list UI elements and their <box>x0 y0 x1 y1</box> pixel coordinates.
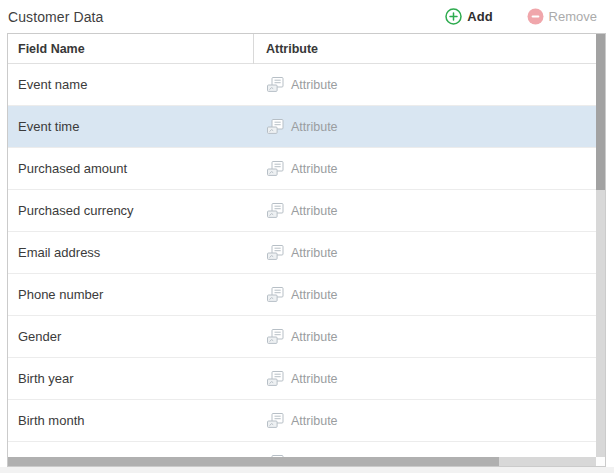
horizontal-scrollbar-thumb[interactable] <box>8 457 499 466</box>
vertical-scrollbar-thumb[interactable] <box>596 34 605 190</box>
attribute-cell: Attribute <box>254 329 338 344</box>
field-name-cell: Purchased amount <box>8 161 254 176</box>
attribute-cards-icon <box>267 77 284 92</box>
field-name-cell: Purchased currency <box>8 203 254 218</box>
table-row[interactable]: Gender Attribute <box>8 316 596 358</box>
attribute-label: Attribute <box>291 246 338 260</box>
table-row[interactable]: Event time Attribute <box>8 106 596 148</box>
attribute-label: Attribute <box>291 330 338 344</box>
table-row[interactable]: Phone number Attribute <box>8 274 596 316</box>
attribute-label: Attribute <box>291 204 338 218</box>
add-button-label: Add <box>467 9 492 24</box>
field-name-label: Phone number <box>18 287 103 302</box>
attribute-cards-icon <box>267 119 284 134</box>
attribute-cards-icon <box>267 161 284 176</box>
table-row[interactable]: Purchased amount Attribute <box>8 148 596 190</box>
customer-data-table: Field Name Attribute Event name Attribut… <box>7 33 606 467</box>
attribute-cards-icon <box>267 371 284 386</box>
attribute-cell: Attribute <box>254 413 338 428</box>
field-name-cell: Phone number <box>8 287 254 302</box>
field-name-cell: Email address <box>8 245 254 260</box>
field-name-label: Birth month <box>18 413 84 428</box>
attribute-cards-icon <box>267 287 284 302</box>
field-name-label: Purchased currency <box>18 203 134 218</box>
horizontal-scrollbar[interactable] <box>8 457 598 466</box>
column-header-attribute: Attribute <box>254 42 318 56</box>
field-name-cell: Gender <box>8 329 254 344</box>
toolbar-actions: Add Remove <box>445 0 597 33</box>
attribute-label: Attribute <box>291 162 338 176</box>
remove-button-label: Remove <box>549 9 597 24</box>
page-bottom-strip <box>0 467 614 473</box>
page-title: Customer Data <box>8 9 103 25</box>
attribute-cards-icon <box>267 203 284 218</box>
scrollbar-corner <box>596 457 605 466</box>
attribute-cell: Attribute <box>254 287 338 302</box>
vertical-scrollbar[interactable] <box>596 34 605 457</box>
field-name-label: Gender <box>18 329 61 344</box>
table-row[interactable]: Email address Attribute <box>8 232 596 274</box>
field-name-cell: Birth month <box>8 413 254 428</box>
add-button[interactable]: Add <box>445 8 492 25</box>
attribute-label: Attribute <box>291 120 338 134</box>
attribute-cell: Attribute <box>254 161 338 176</box>
attribute-cards-icon <box>267 245 284 260</box>
attribute-cards-icon <box>267 329 284 344</box>
column-header-field-name: Field Name <box>8 34 254 64</box>
table-header-row: Field Name Attribute <box>8 34 596 64</box>
table-row[interactable]: Birth month Attribute <box>8 400 596 442</box>
attribute-label: Attribute <box>291 372 338 386</box>
field-name-label: Event time <box>18 119 79 134</box>
attribute-label: Attribute <box>291 78 338 92</box>
plus-circle-icon <box>445 8 462 25</box>
field-name-cell: Event name <box>8 77 254 92</box>
attribute-label: Attribute <box>291 414 338 428</box>
attribute-cell: Attribute <box>254 203 338 218</box>
attribute-cell: Attribute <box>254 371 338 386</box>
field-name-label: Event name <box>18 77 87 92</box>
toolbar: Customer Data Add Remove <box>0 0 614 33</box>
table-row[interactable]: Purchased currency Attribute <box>8 190 596 232</box>
field-name-label: Birth year <box>18 371 74 386</box>
remove-button[interactable]: Remove <box>527 8 597 25</box>
table-body: Event name Attribute Event time <box>8 64 596 457</box>
minus-circle-icon <box>527 8 544 25</box>
attribute-cell: Attribute <box>254 245 338 260</box>
field-name-label: Email address <box>18 245 100 260</box>
attribute-label: Attribute <box>291 288 338 302</box>
attribute-cell: Attribute <box>254 77 338 92</box>
field-name-cell: Birth year <box>8 371 254 386</box>
field-name-label: Purchased amount <box>18 161 127 176</box>
field-name-cell: Event time <box>8 119 254 134</box>
attribute-cards-icon <box>267 413 284 428</box>
table-row[interactable]: Birth day Attribute <box>8 442 596 457</box>
table-row[interactable]: Event name Attribute <box>8 64 596 106</box>
table-row[interactable]: Birth year Attribute <box>8 358 596 400</box>
attribute-cell: Attribute <box>254 119 338 134</box>
